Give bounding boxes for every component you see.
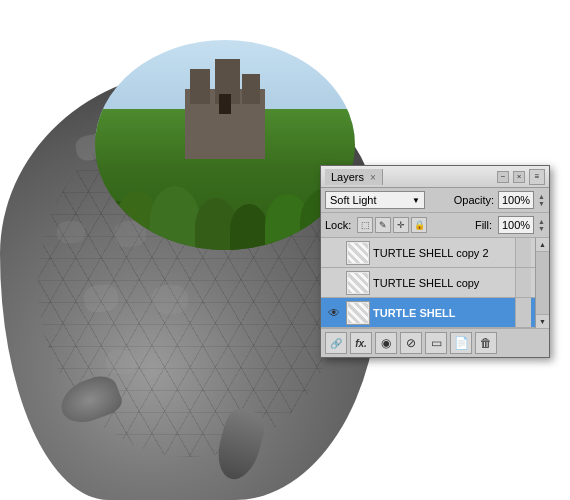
layers-list: 👁 TURTLE SHELL copy 2 👁 TURTLE SHELL cop… — [321, 238, 535, 328]
new-layer-icon: 📄 — [454, 336, 469, 350]
layer-thumbnail-0 — [346, 241, 370, 265]
layer-item-2[interactable]: 👁 TURTLE SHELL — [321, 298, 535, 328]
tree-4 — [150, 186, 200, 251]
blend-mode-value: Soft Light — [330, 194, 376, 206]
scute-7 — [151, 284, 188, 315]
castle-tower-right — [242, 74, 260, 104]
fill-value[interactable]: 100% — [498, 216, 534, 234]
blend-mode-select[interactable]: Soft Light ▼ — [325, 191, 425, 209]
tab-layers[interactable]: Layers × — [325, 169, 383, 185]
castle-tower-left — [190, 69, 210, 104]
opacity-label: Opacity: — [429, 194, 494, 206]
layer-visibility-toggle-1[interactable]: 👁 — [325, 274, 343, 292]
lock-label: Lock: — [325, 219, 351, 231]
layer-thumbnail-2 — [346, 301, 370, 325]
opacity-number: 100% — [502, 194, 530, 206]
opacity-value[interactable]: 100% — [498, 191, 534, 209]
titlebar-controls: − × ≡ — [497, 169, 545, 185]
layer-style-button[interactable]: fx. — [350, 332, 372, 354]
fill-stepper[interactable]: ▲ ▼ — [538, 218, 545, 232]
lock-position-icon: ✛ — [397, 220, 405, 230]
opacity-up-arrow: ▲ — [538, 193, 545, 200]
group-layers-button[interactable]: ▭ — [425, 332, 447, 354]
layer-thumb-pattern-1 — [348, 273, 368, 293]
blend-mode-row: Soft Light ▼ Opacity: 100% ▲ ▼ — [321, 188, 549, 213]
layer-item[interactable]: 👁 TURTLE SHELL copy 2 — [321, 238, 535, 268]
opacity-down-arrow: ▼ — [538, 200, 545, 207]
link-icon: 🔗 — [330, 338, 342, 349]
layers-list-wrapper: 👁 TURTLE SHELL copy 2 👁 TURTLE SHELL cop… — [321, 238, 549, 328]
add-mask-button[interactable]: ◉ — [375, 332, 397, 354]
mask-icon: ◉ — [381, 336, 391, 350]
delete-layer-button[interactable]: 🗑 — [475, 332, 497, 354]
lock-pixels-btn[interactable]: ✎ — [375, 217, 391, 233]
lock-all-btn[interactable]: 🔒 — [411, 217, 427, 233]
lock-icons: ⬚ ✎ ✛ 🔒 — [357, 217, 427, 233]
tab-close-icon[interactable]: × — [370, 172, 376, 183]
scute-8 — [106, 350, 136, 374]
opacity-stepper[interactable]: ▲ ▼ — [538, 193, 545, 207]
lock-position-btn[interactable]: ✛ — [393, 217, 409, 233]
blend-mode-select-wrapper: Soft Light ▼ — [325, 191, 425, 209]
scroll-track — [536, 252, 549, 314]
new-layer-button[interactable]: 📄 — [450, 332, 472, 354]
lock-all-icon: 🔒 — [414, 220, 425, 230]
close-button[interactable]: × — [513, 171, 525, 183]
fill-up-arrow: ▲ — [538, 218, 545, 225]
layer-item-1[interactable]: 👁 TURTLE SHELL copy — [321, 268, 535, 298]
scroll-down-button[interactable]: ▼ — [536, 314, 549, 328]
tab-layers-label: Layers — [331, 171, 364, 183]
link-layers-button[interactable]: 🔗 — [325, 332, 347, 354]
fill-number: 100% — [502, 219, 530, 231]
layers-toolbar: 🔗 fx. ◉ ⊘ ▭ 📄 🗑 — [321, 328, 549, 357]
layer-name-0: TURTLE SHELL copy 2 — [373, 247, 512, 259]
lock-row: Lock: ⬚ ✎ ✛ 🔒 Fill: 100% ▲ ▼ — [321, 213, 549, 238]
layer-extra-1 — [515, 268, 531, 297]
layer-name-1: TURTLE SHELL copy — [373, 277, 512, 289]
castle-wall — [185, 89, 265, 159]
panel-titlebar: Layers × − × ≡ — [321, 166, 549, 188]
lock-pixels-icon: ✎ — [379, 220, 387, 230]
castle-scene — [95, 40, 355, 250]
scute-3 — [57, 221, 85, 243]
panel-menu-button[interactable]: ≡ — [529, 169, 545, 185]
blend-dropdown-arrow: ▼ — [412, 196, 420, 205]
castle-window — [219, 94, 231, 114]
eye-icon-2: 👁 — [328, 306, 340, 320]
lock-transparent-btn[interactable]: ⬚ — [357, 217, 373, 233]
lock-transparent-icon: ⬚ — [361, 220, 370, 230]
layers-scrollbar: ▲ ▼ — [535, 238, 549, 328]
tree-6 — [230, 204, 268, 251]
trees — [95, 109, 355, 251]
fill-label: Fill: — [475, 219, 492, 231]
layer-visibility-toggle-0[interactable]: 👁 — [325, 244, 343, 262]
panel-tabs: Layers × — [325, 169, 383, 185]
layer-extra-0 — [515, 238, 531, 267]
layer-thumbnail-1 — [346, 271, 370, 295]
adjustment-icon: ⊘ — [406, 336, 416, 350]
group-icon: ▭ — [431, 336, 442, 350]
layer-thumb-pattern-2 — [348, 303, 368, 323]
trash-icon: 🗑 — [480, 336, 492, 350]
adjustment-layer-button[interactable]: ⊘ — [400, 332, 422, 354]
layer-thumb-pattern-0 — [348, 243, 368, 263]
fill-down-arrow: ▼ — [538, 225, 545, 232]
layer-visibility-toggle-2[interactable]: 👁 — [325, 304, 343, 322]
fx-icon: fx. — [355, 338, 367, 349]
minimize-button[interactable]: − — [497, 171, 509, 183]
scroll-up-button[interactable]: ▲ — [536, 238, 549, 252]
layer-extra-2 — [515, 298, 531, 327]
layers-panel: Layers × − × ≡ Soft Light ▼ Opacity: 100… — [320, 165, 550, 358]
layer-name-2: TURTLE SHELL — [373, 307, 512, 319]
